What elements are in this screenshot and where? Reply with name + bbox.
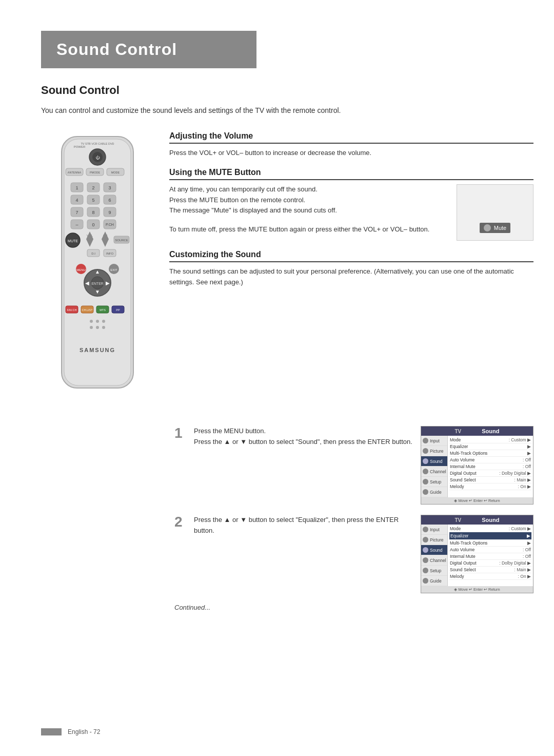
customizing-text: The sound settings can be adjusted to su… <box>169 266 533 288</box>
svg-point-73 <box>90 326 93 329</box>
svg-text:D.I: D.I <box>91 252 95 255</box>
svg-text:MENU: MENU <box>76 268 86 272</box>
svg-text:▲: ▲ <box>95 269 100 275</box>
mute-icon <box>484 224 491 231</box>
svg-point-71 <box>96 320 99 323</box>
intro-text: You can control and customize the sound … <box>41 105 513 116</box>
remote-control-area: ⏻ POWER TV STB VCR CABLE DVD ANTENNA PMO… <box>41 131 154 419</box>
svg-text:TV  STB  VCR  CABLE  DVD: TV STB VCR CABLE DVD <box>81 142 114 145</box>
mute-screen-display: Mute <box>457 184 533 241</box>
step-text-2: Press the ▲ or ▼ button to select "Equal… <box>194 515 413 536</box>
mute-label: Mute <box>494 225 506 231</box>
header-banner: Sound Control <box>41 31 256 68</box>
svg-text:ANTENNA: ANTENNA <box>68 171 82 174</box>
customizing-heading: Customizing the Sound <box>169 250 533 262</box>
banner-title: Sound Control <box>56 40 241 59</box>
svg-text:3: 3 <box>108 185 111 190</box>
svg-text:7: 7 <box>75 210 78 215</box>
svg-text:⏻: ⏻ <box>95 156 100 160</box>
svg-text:MODE: MODE <box>111 171 120 174</box>
svg-point-74 <box>96 326 99 329</box>
mute-text-1: At any time, you can temporarily cut off… <box>169 184 448 195</box>
mute-button-display: Mute <box>480 223 510 233</box>
step-row-2: 2Press the ▲ or ▼ button to select "Equa… <box>174 515 533 593</box>
step-row-1: 1Press the MENU button. Press the ▲ or ▼… <box>174 426 533 505</box>
svg-text:POWER: POWER <box>74 145 86 148</box>
svg-text:CH.LIST: CH.LIST <box>82 308 93 312</box>
svg-text:6: 6 <box>108 198 111 203</box>
svg-text:INFO: INFO <box>106 252 114 255</box>
svg-text:PP: PP <box>116 308 120 312</box>
svg-text:8: 8 <box>92 210 94 215</box>
svg-text:2: 2 <box>92 185 94 190</box>
page-footer: English - 72 <box>41 728 100 735</box>
mute-text-2: Press the MUTE button on the remote cont… <box>169 195 448 206</box>
svg-text:MUTE: MUTE <box>68 239 78 243</box>
svg-text:SAMSUNG: SAMSUNG <box>80 347 115 353</box>
remote-control-image: ⏻ POWER TV STB VCR CABLE DVD ANTENNA PMO… <box>46 131 149 419</box>
svg-text:MTS: MTS <box>100 308 106 312</box>
svg-point-75 <box>102 326 105 329</box>
mute-section: At any time, you can temporarily cut off… <box>169 184 533 241</box>
footer-bar <box>41 728 62 735</box>
main-content: ⏻ POWER TV STB VCR CABLE DVD ANTENNA PMO… <box>41 131 533 419</box>
svg-text:EXIT: EXIT <box>110 268 117 272</box>
adjusting-volume-heading: Adjusting the Volume <box>169 131 533 144</box>
svg-text:9: 9 <box>108 210 111 215</box>
footer-page-number: English - 72 <box>68 728 100 735</box>
page-title: Sound Control <box>41 84 554 97</box>
instructions-area: Adjusting the Volume Press the VOL+ or V… <box>169 131 533 419</box>
svg-text:4: 4 <box>75 198 78 203</box>
svg-text:–: – <box>75 222 78 227</box>
step-text-1: Press the MENU button. Press the ▲ or ▼ … <box>194 426 413 448</box>
mute-text: At any time, you can temporarily cut off… <box>169 184 448 235</box>
adjusting-volume-text: Press the VOL+ or VOL– button to increas… <box>169 148 533 159</box>
svg-text:1: 1 <box>75 185 78 190</box>
tv-menu-1: TVSoundInputPictureSoundChannelSetupGuid… <box>421 426 533 505</box>
step-number-1: 1 <box>174 426 187 440</box>
svg-point-70 <box>90 320 93 323</box>
svg-text:PMODE: PMODE <box>90 171 101 174</box>
step-number-2: 2 <box>174 515 187 529</box>
svg-text:ENTER: ENTER <box>91 282 104 285</box>
svg-point-72 <box>102 320 105 323</box>
svg-text:5: 5 <box>92 198 94 203</box>
svg-text:0: 0 <box>92 222 94 227</box>
tv-menu-2: TVSoundInputPictureSoundChannelSetupGuid… <box>421 515 533 593</box>
mute-heading: Using the MUTE Button <box>169 168 533 180</box>
mute-text-3: The message "Mute" is displayed and the … <box>169 205 448 216</box>
svg-text:FAV.CH: FAV.CH <box>67 308 77 312</box>
svg-text:SOURCE: SOURCE <box>115 239 128 242</box>
svg-text:◀: ◀ <box>85 280 89 286</box>
continued-text: Continued... <box>174 604 554 611</box>
svg-text:▶: ▶ <box>106 280 110 286</box>
svg-text:P.CH: P.CH <box>106 223 114 226</box>
mute-text-4: To turn mute off, press the MUTE button … <box>169 224 448 235</box>
svg-text:▼: ▼ <box>95 289 100 295</box>
